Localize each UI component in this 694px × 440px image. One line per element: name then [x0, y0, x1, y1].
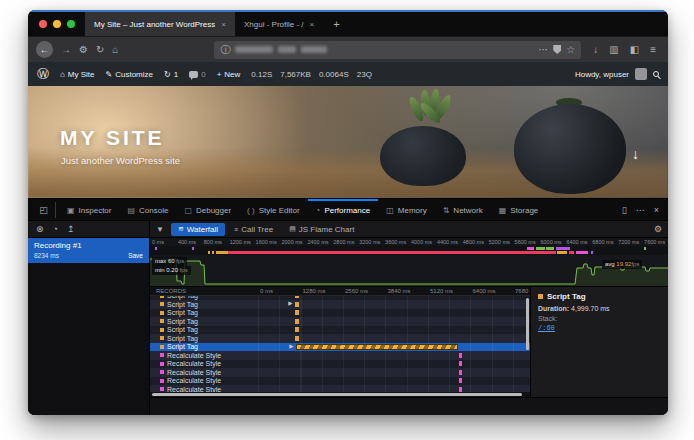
wp-new-menu[interactable]: + New — [217, 70, 241, 79]
record-row[interactable]: Script Tag — [150, 309, 530, 318]
query-monitor-stats[interactable]: 0.12S 7,567KB 0.0064S 23Q — [251, 70, 372, 79]
close-tab-icon[interactable]: × — [310, 20, 315, 29]
marker-segment-purple — [556, 247, 570, 250]
record-row[interactable]: Script Tag — [150, 334, 530, 343]
devtools-tab-label: Storage — [510, 206, 538, 215]
gear-icon[interactable]: ⚙ — [654, 224, 662, 234]
new-tab-button[interactable]: + — [323, 12, 349, 36]
fps-max-label: max 60 fps — [152, 257, 187, 266]
wrench-icon[interactable]: ⚙ — [79, 45, 88, 55]
ruler-tick: 2800 ms — [333, 239, 354, 245]
mini-ruler-tick: 7680 ms — [515, 288, 530, 294]
view-tab-call-tree[interactable]: ≡Call Tree — [227, 223, 280, 236]
performance-icon: ◔ — [316, 206, 321, 215]
ruler-tick: 800 ms — [204, 239, 222, 245]
devtools-tab-style-editor[interactable]: ( )Style Editor — [239, 199, 307, 220]
script-marker-icon — [538, 294, 543, 299]
devtools-tab-label: Inspector — [79, 206, 112, 215]
wp-customize-menu[interactable]: ✎ Customize — [106, 70, 154, 79]
record-row[interactable]: Recalculate Style — [150, 385, 530, 392]
hamburger-menu-icon[interactable]: ≡ — [650, 44, 656, 55]
blurred-url-text — [235, 46, 273, 53]
zoom-window-button[interactable] — [67, 20, 75, 28]
responsive-design-icon[interactable]: ▯ — [622, 205, 627, 215]
mini-ruler-tick: 3840 ms — [388, 288, 411, 294]
page-actions-icon[interactable]: ⋯ — [538, 45, 548, 55]
view-tab-waterfall[interactable]: ≋Waterfall — [171, 223, 225, 236]
scroll-down-arrow[interactable]: ↓ — [632, 146, 639, 162]
stack-frame-link[interactable]: /:60 — [538, 324, 661, 332]
wp-my-site-menu[interactable]: ⌂ My Site — [60, 70, 95, 79]
mini-ruler-tick: 1280 ms — [303, 288, 326, 294]
recording-list-item[interactable]: Recording #1 8234 ms Save — [28, 238, 149, 263]
filter-icon[interactable]: ▼ — [156, 225, 164, 234]
record-clock-icon[interactable]: ◔ — [53, 224, 58, 234]
marker-segment-magenta — [576, 251, 588, 254]
devtools-tab-inspector[interactable]: ▣Inspector — [59, 199, 119, 220]
site-info-icon[interactable]: ⓘ — [220, 45, 230, 55]
records-header-label: RECORDS — [150, 287, 258, 295]
performance-overview[interactable]: 0 ms400 ms800 ms1200 ms1600 ms2000 ms240… — [150, 238, 668, 287]
downloads-icon[interactable]: ↓ — [593, 44, 598, 55]
vertical-scrollbar-thumb[interactable] — [526, 298, 529, 350]
devtools-tab-performance[interactable]: ◔Performance — [308, 199, 379, 220]
reload-button[interactable]: ↻ — [96, 45, 104, 55]
view-tab-js-flame-chart[interactable]: ▤JS Flame Chart — [282, 223, 361, 236]
save-recording-link[interactable]: Save — [128, 252, 143, 259]
scrollbar-thumb[interactable] — [152, 393, 522, 397]
record-row[interactable]: Recalculate Style — [150, 360, 530, 369]
style-marker-icon — [160, 379, 164, 383]
record-row[interactable]: Recalculate Style — [150, 377, 530, 386]
devtools-tab-debugger[interactable]: ▢Debugger — [176, 199, 239, 220]
markers-lane-2 — [150, 251, 668, 254]
devtools-close-icon[interactable]: × — [654, 205, 659, 215]
tab-my-site[interactable]: My Site – Just another WordPress s × — [85, 12, 235, 36]
marker-details-title: Script Tag — [547, 292, 586, 301]
wordpress-logo-icon[interactable]: Ⓦ — [37, 68, 49, 80]
record-row[interactable]: Recalculate Style — [150, 368, 530, 377]
library-icon[interactable]: ▥ — [609, 44, 618, 55]
wp-comments-menu[interactable]: 0 — [189, 70, 205, 79]
search-icon[interactable] — [653, 71, 659, 77]
pick-element-icon[interactable]: ◰ — [32, 202, 56, 218]
waterfall-bar[interactable] — [296, 344, 458, 350]
devtools-tab-storage[interactable]: ▦Storage — [491, 199, 547, 220]
style-editor-icon: ( ) — [247, 206, 255, 215]
import-recording-icon[interactable]: ↥ — [67, 224, 75, 234]
devtools-tab-memory[interactable]: ◫Memory — [378, 199, 434, 220]
bookmark-star-icon[interactable]: ☆ — [566, 45, 575, 55]
marker-segment-orange — [208, 251, 210, 254]
devtools-more-icon[interactable]: ⋯ — [636, 205, 645, 215]
close-window-button[interactable] — [39, 20, 47, 28]
record-row[interactable]: Recalculate Style — [150, 351, 530, 360]
url-bar[interactable]: ⓘ ⋯ ☆ — [214, 41, 581, 59]
waterfall-mark — [459, 361, 463, 366]
record-row[interactable]: Script Tag▶ — [150, 300, 530, 309]
devtools-tab-console[interactable]: ▤Console — [119, 199, 176, 220]
back-button[interactable]: ← — [36, 41, 53, 58]
wp-updates-menu[interactable]: ↻ 1 — [164, 70, 178, 79]
tab-xhgui[interactable]: Xhgui - Profile - / × — [235, 12, 323, 36]
expand-arrow-icon[interactable]: ▶ — [289, 344, 293, 350]
record-row[interactable]: Script Tag — [150, 317, 530, 326]
wp-howdy-label[interactable]: Howdy, wpuser — [575, 70, 629, 79]
record-row[interactable]: Script Tag — [150, 326, 530, 335]
close-tab-icon[interactable]: × — [221, 20, 226, 29]
horizontal-scrollbar[interactable] — [150, 392, 530, 397]
home-button[interactable]: ⌂ — [112, 45, 118, 55]
call-tree-icon: ≡ — [234, 226, 238, 233]
devtools-tab-network[interactable]: ⇅Network — [435, 199, 491, 220]
clear-recordings-icon[interactable]: ⊗ — [36, 224, 44, 234]
expand-arrow-icon[interactable]: ▶ — [288, 301, 292, 307]
avatar[interactable] — [635, 68, 647, 80]
site-title[interactable]: MY SITE — [60, 126, 165, 150]
record-row[interactable]: Script Tag▶ — [150, 343, 530, 352]
stat-memory: 7,567KB — [280, 70, 311, 79]
tracking-protection-shield-icon[interactable] — [553, 45, 561, 54]
sidebar-toggle-icon[interactable]: ◧ — [630, 44, 639, 55]
style-marker-icon — [160, 353, 164, 357]
script-marker-icon — [160, 302, 164, 306]
forward-button[interactable]: → — [61, 45, 71, 55]
minimize-window-button[interactable] — [53, 20, 61, 28]
waterfall-mark — [295, 302, 299, 307]
